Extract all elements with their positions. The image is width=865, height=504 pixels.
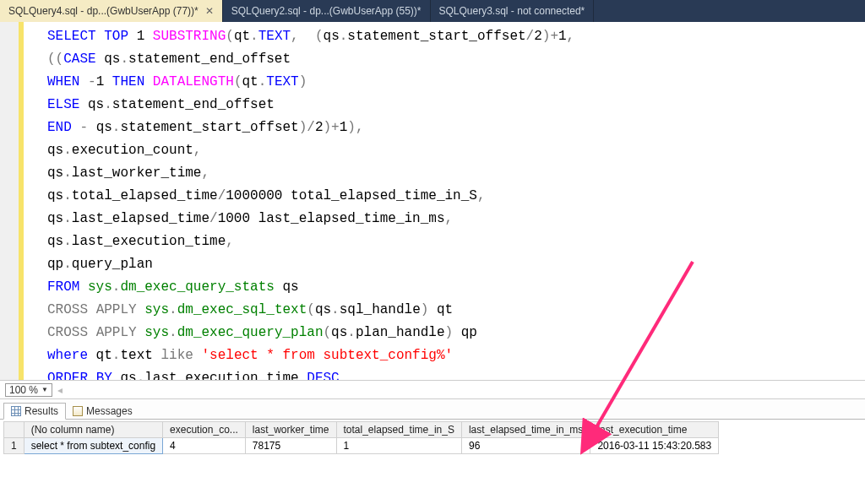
column-header[interactable]: total_elapsed_time_in_S [336,422,461,438]
cell[interactable]: 4 [163,438,246,454]
editor-zoom-bar: 100 % ▼ ◂ [0,381,865,399]
tab-label: SQLQuery2.sql - dp...(GwbUserApp (55))* [231,5,422,17]
cell[interactable]: 78175 [245,438,336,454]
results-pane-tabs: Results Messages [0,399,865,420]
zoom-value: 100 % [9,384,38,396]
sql-editor-pane: SELECT TOP 1 SUBSTRING(qt.TEXT, (qs.stat… [0,22,865,381]
document-tab[interactable]: SQLQuery3.sql - not connected* [431,0,595,22]
grid-icon [11,406,21,416]
row-number[interactable]: 1 [4,438,24,454]
sql-editor[interactable]: SELECT TOP 1 SUBSTRING(qt.TEXT, (qs.stat… [24,22,865,380]
column-header[interactable]: last_elapsed_time_in_ms [461,422,590,438]
column-header[interactable]: last_worker_time [245,422,336,438]
tab-label: SQLQuery3.sql - not connected* [439,5,585,17]
horizontal-scroll-left[interactable]: ◂ [57,384,63,396]
close-icon[interactable]: ✕ [205,5,214,17]
results-table[interactable]: (No column name)execution_co...last_work… [3,421,719,454]
editor-glyph-margin [0,22,19,380]
cell[interactable]: 2016-03-11 15:43:20.583 [590,438,719,454]
cell[interactable]: 96 [461,438,590,454]
column-header[interactable]: execution_co... [163,422,246,438]
column-header[interactable]: last_execution_time [590,422,719,438]
row-header-corner[interactable] [4,422,24,438]
results-grid: (No column name)execution_co...last_work… [0,420,865,456]
document-tab-bar: SQLQuery4.sql - dp...(GwbUserApp (77))*✕… [0,0,865,22]
zoom-dropdown[interactable]: 100 % ▼ [5,383,52,397]
tab-label: SQLQuery4.sql - dp...(GwbUserApp (77))* [8,5,199,17]
document-tab[interactable]: SQLQuery4.sql - dp...(GwbUserApp (77))*✕ [0,0,223,22]
messages-tab-label: Messages [86,405,133,417]
messages-icon [73,406,83,416]
table-row[interactable]: 1select * from subtext_config47817519620… [4,438,719,454]
chevron-down-icon: ▼ [41,386,48,393]
results-tab-label: Results [24,405,58,417]
document-tab[interactable]: SQLQuery2.sql - dp...(GwbUserApp (55))* [223,0,431,22]
column-header[interactable]: (No column name) [24,422,162,438]
cell[interactable]: select * from subtext_config [24,438,162,454]
results-tab[interactable]: Results [3,403,66,420]
cell[interactable]: 1 [336,438,461,454]
messages-tab[interactable]: Messages [66,404,139,419]
